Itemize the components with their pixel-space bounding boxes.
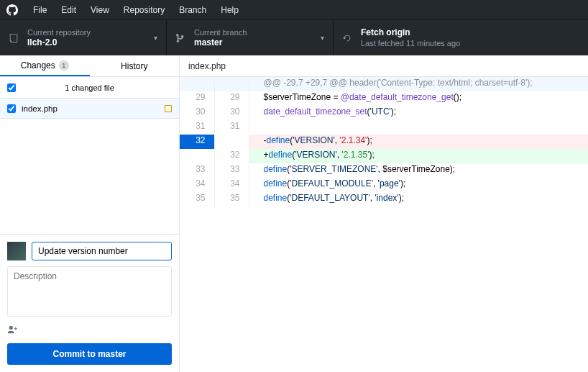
select-all-checkbox[interactable] <box>7 83 16 92</box>
changes-count-badge: 1 <box>59 60 69 71</box>
commit-form: Commit to master <box>0 234 179 372</box>
diff-line[interactable]: 3131 <box>180 120 588 135</box>
tab-changes[interactable]: Changes 1 <box>0 55 90 76</box>
fetch-value: Last fetched 11 minutes ago <box>361 38 460 48</box>
changed-files-count: 1 changed file <box>65 83 114 92</box>
menu-repository[interactable]: Repository <box>116 5 172 15</box>
commit-description-input[interactable] <box>7 266 172 317</box>
diff-line[interactable]: 3333define('SERVER_TIMEZONE', $serverTim… <box>180 163 588 178</box>
tab-history[interactable]: History <box>90 55 180 76</box>
menu-edit[interactable]: Edit <box>54 5 83 15</box>
sync-icon <box>342 32 354 44</box>
changed-files-header: 1 changed file <box>0 77 179 99</box>
repo-hint: Current repository <box>27 27 91 37</box>
add-coauthor-button[interactable] <box>7 323 17 335</box>
diff-view: index.php @@ -29,7 +29,7 @@ header('Cont… <box>180 55 588 372</box>
branch-hint: Current branch <box>194 27 247 37</box>
repo-selector[interactable]: Current repository Ilch-2.0 ▾ <box>0 20 167 55</box>
menu-view[interactable]: View <box>83 5 116 15</box>
menu-branch[interactable]: Branch <box>172 5 213 15</box>
branch-icon <box>175 32 187 44</box>
chevron-down-icon: ▾ <box>321 34 324 42</box>
tab-history-label: History <box>121 61 147 71</box>
diff-line[interactable]: 3535define('DEFAULT_LAYOUT', 'index'); <box>180 192 588 207</box>
repo-icon <box>9 32 20 44</box>
diff-line[interactable]: 3030date_default_timezone_set('UTC'); <box>180 106 588 120</box>
file-name: index.php <box>22 104 58 113</box>
diff-line[interactable]: 3434define('DEFAULT_MODULE', 'page'); <box>180 178 588 192</box>
avatar <box>7 242 26 260</box>
branch-value: master <box>194 37 247 49</box>
diff-line[interactable]: 32+define('VERSION', '2.1.35'); <box>180 149 588 163</box>
diff-file-name: index.php <box>188 61 226 71</box>
file-checkbox[interactable] <box>7 104 16 113</box>
diff-line[interactable]: 2929$serverTimeZone = @date_default_time… <box>180 91 588 106</box>
tab-changes-label: Changes <box>21 60 55 71</box>
github-logo <box>6 4 19 17</box>
diff-table: @@ -29,7 +29,7 @@ header('Content-Type: … <box>180 77 588 207</box>
chevron-down-icon: ▾ <box>154 34 157 42</box>
commit-button[interactable]: Commit to master <box>7 343 172 365</box>
changed-file-row[interactable]: index.php <box>0 99 179 119</box>
modified-icon <box>165 105 172 112</box>
commit-summary-input[interactable] <box>32 242 172 260</box>
diff-line[interactable]: 32-define('VERSION', '2.1.34'); <box>180 135 588 149</box>
toolbar: Current repository Ilch-2.0 ▾ Current br… <box>0 19 588 55</box>
menu-bar: FileEditViewRepositoryBranchHelp <box>0 0 588 19</box>
fetch-hint: Fetch origin <box>361 27 460 39</box>
branch-selector[interactable]: Current branch master ▾ <box>167 20 334 55</box>
sidebar: Changes 1 History 1 changed file index.p… <box>0 55 180 372</box>
fetch-origin-button[interactable]: Fetch origin Last fetched 11 minutes ago <box>334 20 588 55</box>
diff-file-tab: index.php <box>180 55 588 77</box>
menu-help[interactable]: Help <box>213 5 246 15</box>
diff-line[interactable]: @@ -29,7 +29,7 @@ header('Content-Type: … <box>180 77 588 91</box>
menu-file[interactable]: File <box>26 5 54 15</box>
repo-value: Ilch-2.0 <box>27 37 91 49</box>
